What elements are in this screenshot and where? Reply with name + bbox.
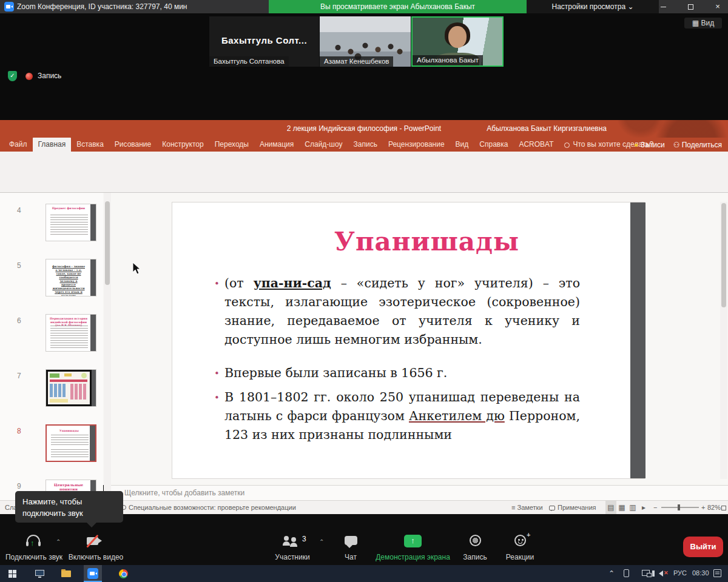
slide-scrollbar[interactable]	[720, 202, 727, 479]
view-reading-button[interactable]: ▥	[627, 501, 638, 514]
records-label: Записи	[641, 141, 665, 149]
video-tile-1[interactable]: Бахытгуль Солт... Бахытгуль Солтанова	[209, 16, 319, 67]
tab-acrobat[interactable]: ACROBAT	[513, 138, 559, 152]
records-button[interactable]: Записи	[635, 141, 665, 149]
recording-label: Запись	[38, 72, 61, 80]
accessibility-status[interactable]: Специальные возможности: проверьте реком…	[121, 501, 296, 514]
speaker-icon[interactable]	[659, 570, 663, 577]
record-dot-icon	[635, 144, 638, 147]
tray-device-icon[interactable]	[624, 569, 629, 577]
notes-pane[interactable]: Щелкните, чтобы добавить заметки	[111, 485, 728, 500]
slide-thumbnail-4[interactable]: Предмет философии	[46, 204, 96, 241]
slide-canvas[interactable]: Упанишады •(от упа-ни-сад – «сидеть у но…	[172, 202, 645, 479]
tab-insert[interactable]: Вставка	[71, 138, 109, 152]
tab-record[interactable]: Запись	[348, 138, 383, 152]
tab-design[interactable]: Конструктор	[157, 138, 209, 152]
slide-number-selected: 8	[17, 427, 21, 435]
reactions-plus-icon: +	[527, 531, 530, 538]
tab-transitions[interactable]: Переходы	[209, 138, 254, 152]
view-button-label: Вид	[701, 19, 714, 27]
tab-review[interactable]: Рецензирование	[383, 138, 450, 152]
window-minimize-button[interactable]	[659, 0, 667, 13]
security-shield-icon[interactable]: ✓	[8, 71, 17, 81]
slide-side-band	[630, 202, 645, 478]
tab-file[interactable]: Файл	[4, 138, 33, 152]
tab-home[interactable]: Главная	[33, 138, 72, 152]
slide-thumbnail-5[interactable]: философия – знание о человеке – т.е. так…	[46, 259, 96, 296]
zoom-app-taskbar-active[interactable]	[84, 565, 102, 582]
comments-toggle[interactable]: Примечания	[549, 501, 596, 514]
thumb-title: Предмет философии	[49, 207, 89, 210]
thumb-text-lines	[51, 435, 89, 446]
slide-number: 9	[17, 482, 21, 490]
video-tile-3-active-speaker[interactable]: Абылханова Бакыт	[411, 16, 504, 67]
view-sorter-button[interactable]: ▦	[616, 501, 627, 514]
window-maximize-button[interactable]	[686, 0, 695, 13]
recording-dot-icon	[25, 73, 33, 80]
leave-meeting-button[interactable]: Выйти	[683, 537, 723, 557]
share-label: Поделиться	[682, 141, 722, 149]
zoom-level[interactable]: 82%	[707, 501, 721, 514]
tab-slideshow[interactable]: Слайд-шоу	[299, 138, 348, 152]
zoom-out-button[interactable]: −	[653, 501, 657, 514]
chrome-icon[interactable]	[119, 569, 128, 578]
audio-options-chevron[interactable]: ⌃	[56, 538, 61, 545]
bullet-dot: •	[214, 364, 220, 383]
start-button[interactable]	[8, 570, 16, 578]
join-audio-tooltip: Нажмите, чтобы подключить звук	[15, 491, 123, 523]
tab-animations[interactable]: Анимация	[254, 138, 299, 152]
window-close-button[interactable]: ×	[713, 0, 722, 13]
fit-to-window-button[interactable]	[721, 501, 726, 514]
tab-draw[interactable]: Рисование	[109, 138, 157, 152]
task-view-icon[interactable]	[35, 570, 44, 576]
language-indicator[interactable]: РУС	[673, 569, 687, 577]
share-screen-label: Демонстрация экрана	[369, 553, 457, 561]
reactions-smiley-icon	[514, 535, 526, 546]
view-settings-label: Настройки просмотра	[552, 2, 626, 11]
zoom-app-icon	[4, 2, 14, 12]
slide-body-text[interactable]: •(от упа-ни-сад – «сидеть у ног» учителя…	[224, 274, 580, 459]
tab-view[interactable]: Вид	[450, 138, 474, 152]
meeting-title: Zoom Конференция, ID участника: 327797, …	[17, 0, 187, 13]
zoom-in-button[interactable]: +	[701, 501, 705, 514]
share-button[interactable]: ⚇ Поделиться	[673, 141, 722, 149]
participants-chevron[interactable]: ⌃	[319, 538, 324, 545]
zoom-slider-track[interactable]	[661, 507, 699, 508]
network-icon[interactable]	[642, 570, 650, 576]
tab-help[interactable]: Справка	[474, 138, 513, 152]
slide-thumbnail-8-selected[interactable]: Упанишады	[46, 424, 96, 462]
chat-icon	[345, 536, 357, 545]
thumb-text-lines	[51, 449, 89, 458]
account-name: Абылханова Бакыт Киргизгалиевна	[485, 120, 607, 138]
action-center-icon[interactable]	[713, 569, 721, 577]
ribbon: Вставить ▾ ✂ ⧉ ▾ ✎ Буфер обмена ✦ Создат…	[0, 152, 728, 193]
slide-title[interactable]: Упанишады	[172, 227, 630, 256]
comments-icon	[549, 506, 555, 510]
thumb-body-text: философия – знание о человеке – т.е. так…	[52, 265, 85, 296]
bullet-2: •Впервые были записаны в 1656 г.	[224, 364, 580, 383]
name-anquetil: Анкетилем дю	[409, 409, 505, 423]
bullet-1: •(от упа-ни-сад – «сидеть у ног» учителя…	[224, 274, 580, 349]
tray-expand-chevron[interactable]: ⌃	[608, 569, 615, 578]
slide-thumbnail-panel[interactable]: 4 Предмет философии 5 философия – знание…	[0, 193, 103, 500]
slide-thumbnail-6[interactable]: Периодизация истории индийской философии…	[46, 314, 96, 352]
notes-toggle[interactable]: ≡ Заметки	[511, 501, 543, 514]
record-icon	[470, 535, 481, 546]
sharing-banner: Вы просматриваете экран Абылханова Бакыт	[269, 0, 527, 13]
thumbnail-scrollbar[interactable]	[104, 193, 111, 500]
bullet-3: •В 1801–1802 гг. около 250 упанишад пере…	[224, 388, 580, 444]
notes-placeholder: Щелкните, чтобы добавить заметки	[124, 489, 244, 497]
view-settings-dropdown[interactable]: Настройки просмотра ⌄	[527, 0, 659, 13]
video-tile-2[interactable]: Азамат Кенешбеков	[320, 16, 411, 67]
tell-me-bulb-icon	[564, 142, 570, 148]
record-label: Запись	[457, 553, 493, 561]
thumb-text-lines	[50, 215, 88, 236]
view-normal-button[interactable]: ▤	[605, 501, 616, 514]
gallery-view-button[interactable]: ▦ Вид	[684, 18, 722, 28]
slide-thumbnail-7[interactable]	[46, 369, 96, 407]
view-slideshow-button[interactable]: ▸	[638, 501, 649, 514]
clock[interactable]: 08:30	[692, 569, 709, 577]
file-explorer-icon[interactable]	[61, 570, 71, 577]
zoom-slider-knob[interactable]	[678, 504, 680, 510]
participant-display-name: Бахытгуль Солт...	[209, 35, 319, 45]
